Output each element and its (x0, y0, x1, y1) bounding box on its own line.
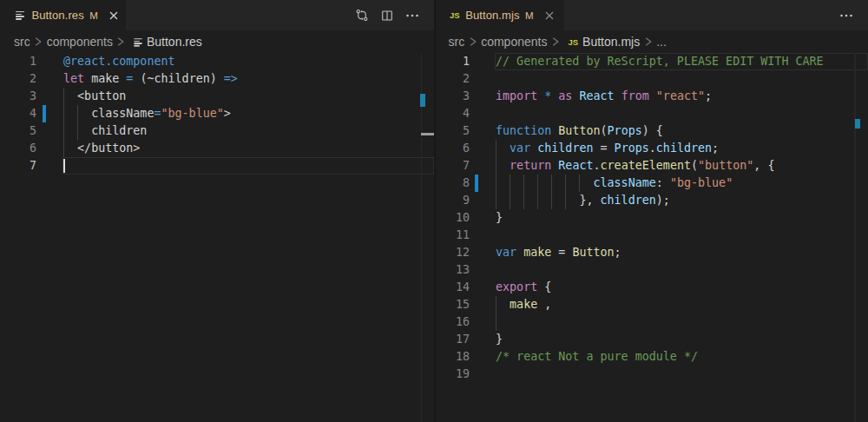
breadcrumb-folder[interactable]: components (481, 35, 547, 49)
code-line[interactable]: 1@react.component (0, 53, 434, 70)
code-line[interactable]: 19 (435, 366, 868, 383)
breadcrumb-symbol-trail[interactable]: ... (656, 35, 667, 49)
tab-label: Button.mjs (465, 9, 519, 22)
line-number: 3 (435, 88, 470, 105)
line-number: 19 (435, 366, 470, 383)
line-number: 4 (0, 105, 36, 122)
code-line[interactable]: 4 className="bg-blue"> (0, 105, 434, 122)
current-line-highlight (62, 157, 435, 175)
overview-ruler[interactable] (421, 53, 423, 422)
code-line[interactable]: 4 (435, 105, 868, 122)
breadcrumb-folder[interactable]: src (449, 35, 465, 49)
line-number: 5 (0, 122, 36, 140)
chevron-right-icon (641, 35, 655, 49)
code-line[interactable]: 5function Button(Props) { (435, 122, 868, 140)
code-text: <button (63, 88, 126, 105)
code-line[interactable]: 2let make = (~children) => (0, 70, 434, 88)
code-line[interactable]: 6 </button> (0, 140, 434, 157)
breadcrumb-folder[interactable]: src (14, 35, 30, 49)
split-editor-icon[interactable] (380, 9, 394, 23)
js-icon: JS (568, 37, 578, 47)
breadcrumb-folder[interactable]: components (47, 35, 113, 49)
code-line[interactable]: 8 className: "bg-blue" (435, 175, 868, 192)
code-line[interactable]: 17} (435, 331, 868, 348)
line-number: 1 (435, 53, 470, 70)
more-actions-icon[interactable] (839, 9, 853, 23)
line-number: 6 (0, 140, 36, 157)
tab-label: Button.res (32, 9, 84, 22)
code-line[interactable]: 18/* react Not a pure module */ (435, 348, 868, 366)
code-text: className="bg-blue"> (63, 105, 231, 122)
code-text: className: "bg-blue" (496, 175, 733, 192)
open-changes-icon[interactable] (355, 9, 369, 23)
overview-ruler[interactable] (854, 53, 856, 422)
code-line[interactable]: 3import * as React from "react"; (435, 88, 868, 105)
code-line[interactable]: 10} (435, 209, 868, 227)
code-line[interactable]: 6 var children = Props.children; (435, 140, 868, 157)
line-number: 12 (435, 244, 470, 261)
line-number: 9 (435, 192, 470, 209)
editor-group-separator[interactable] (434, 0, 436, 422)
editor-group-right: JS Button.mjs M src components (435, 0, 868, 422)
close-icon[interactable] (107, 9, 121, 23)
code-line[interactable]: 16 (435, 313, 868, 331)
code-line[interactable]: 14export { (435, 279, 868, 296)
modified-badge: M (89, 10, 98, 21)
line-number: 13 (435, 261, 470, 279)
code-text: let make = (~children) => (63, 70, 238, 88)
breadcrumb-file[interactable]: Button.res (147, 35, 202, 49)
line-number: 5 (435, 122, 470, 140)
code-text: @react.component (63, 53, 175, 70)
code-line[interactable]: 15 make , (435, 296, 868, 313)
code-line[interactable]: 12var make = Button; (435, 244, 868, 261)
editor-group-left: Button.res M (0, 0, 434, 422)
editor-right[interactable]: 1// Generated by ReScript, PLEASE EDIT W… (435, 53, 868, 422)
git-modified-gutter (43, 105, 46, 122)
document-lines-icon (16, 10, 24, 20)
line-number: 2 (435, 70, 470, 88)
tab-button-res[interactable]: Button.res M (0, 0, 126, 30)
code-text: }, children); (496, 192, 670, 209)
breadcrumbs-right: src components JS Button.mjs ... (449, 30, 667, 53)
chevron-right-icon (114, 35, 128, 49)
vscode-window: Button.res M (0, 0, 868, 422)
overview-modified-marker (855, 119, 860, 129)
code-line[interactable]: 5 children (0, 122, 434, 140)
more-actions-icon[interactable] (405, 9, 419, 23)
breadcrumb-file[interactable]: Button.mjs (582, 35, 640, 49)
code-line[interactable]: 3 <button (0, 88, 434, 105)
tab-actions-left (355, 0, 419, 30)
code-line[interactable]: 2 (435, 70, 868, 88)
modified-badge: M (525, 10, 534, 21)
line-number: 4 (435, 105, 470, 122)
code-text: make , (496, 296, 551, 313)
document-lines-icon (134, 37, 142, 46)
line-number: 10 (435, 209, 470, 227)
code-line[interactable]: 9 }, children); (435, 192, 868, 209)
line-number: 7 (0, 157, 36, 175)
code-line[interactable]: 7 return React.createElement("button", { (435, 157, 868, 175)
tab-actions-right (839, 0, 853, 30)
code-text: </button> (63, 140, 140, 157)
code-text: } (496, 331, 503, 348)
js-icon: JS (450, 10, 460, 20)
line-number: 18 (435, 348, 470, 366)
line-number: 3 (0, 88, 36, 105)
line-number: 8 (435, 175, 470, 192)
tabbar-left: Button.res M (0, 0, 434, 30)
line-number: 16 (435, 313, 470, 331)
tabbar-right: JS Button.mjs M (435, 0, 868, 30)
chevron-right-icon (466, 35, 480, 49)
overview-cursor-marker (421, 133, 435, 135)
line-number: 15 (435, 296, 470, 313)
line-number: 14 (435, 279, 470, 296)
code-text: } (496, 209, 503, 227)
code-line[interactable]: 11 (435, 227, 868, 244)
code-line[interactable]: 13 (435, 261, 868, 279)
code-text: import * as React from "react"; (496, 88, 712, 105)
editor-left[interactable]: 1@react.component2let make = (~children)… (0, 53, 434, 422)
line-number: 7 (435, 157, 470, 175)
close-icon[interactable] (542, 9, 556, 23)
tab-button-mjs[interactable]: JS Button.mjs M (435, 0, 564, 30)
code-text: children (63, 122, 147, 140)
